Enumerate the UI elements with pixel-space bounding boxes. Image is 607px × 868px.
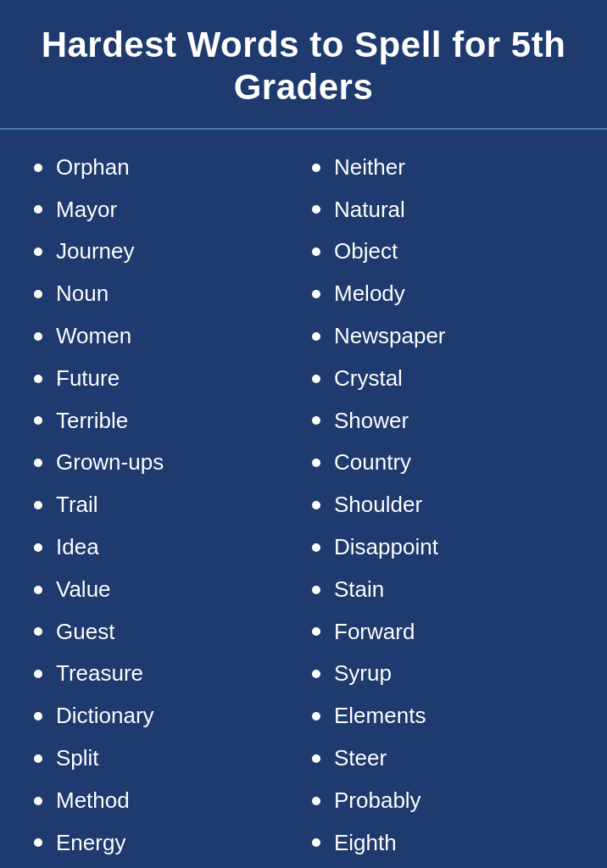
list-item: Shower	[304, 400, 582, 442]
word-text: Future	[56, 364, 120, 393]
bullet-icon	[34, 416, 42, 425]
bullet-icon	[312, 459, 320, 467]
word-text: Eighth	[334, 829, 397, 858]
list-item: Future	[25, 358, 304, 400]
bullet-icon	[312, 712, 320, 721]
bullet-icon	[34, 670, 42, 678]
bullet-icon	[312, 501, 320, 509]
bullet-icon	[34, 459, 42, 467]
bullet-icon	[312, 797, 320, 805]
word-text: Split	[56, 744, 99, 773]
word-text: Crystal	[334, 364, 403, 393]
word-text: Guest	[56, 618, 114, 647]
word-text: Value	[56, 576, 111, 604]
word-text: Treasure	[56, 659, 143, 688]
bullet-icon	[34, 164, 42, 172]
word-text: Shower	[334, 407, 409, 436]
list-item: Elements	[304, 695, 582, 737]
bullet-icon	[34, 754, 42, 763]
header: Hardest Words to Spell for 5th Graders	[0, 0, 607, 130]
bullet-icon	[312, 416, 320, 425]
list-item: Trail	[25, 484, 304, 526]
bullet-icon	[34, 332, 42, 341]
word-text: Journey	[56, 237, 135, 266]
bullet-icon	[34, 712, 42, 721]
bullet-icon	[34, 627, 42, 636]
list-item: Melody	[304, 273, 582, 315]
left-column: OrphanMayorJourneyNounWomenFutureTerribl…	[25, 147, 304, 868]
right-column: NeitherNaturalObjectMelodyNewspaperCryst…	[304, 147, 582, 868]
list-item: Newspaper	[304, 315, 582, 358]
word-text: Energy	[56, 829, 125, 858]
bullet-icon	[34, 205, 42, 214]
list-item: Country	[304, 442, 582, 484]
page-title: Hardest Words to Spell for 5th Graders	[25, 24, 582, 109]
word-text: Trail	[56, 491, 98, 520]
word-text: Terrible	[56, 407, 128, 436]
bullet-icon	[34, 543, 42, 552]
list-item: Eighth	[304, 822, 582, 865]
bullet-icon	[34, 501, 42, 509]
list-item: Split	[25, 737, 304, 780]
word-text: Women	[56, 322, 131, 351]
bullet-icon	[312, 754, 320, 763]
main-content: OrphanMayorJourneyNounWomenFutureTerribl…	[0, 130, 607, 868]
bullet-icon	[34, 797, 42, 805]
bullet-icon	[312, 164, 320, 172]
list-item: Stain	[304, 569, 582, 611]
bullet-icon	[312, 627, 320, 636]
list-item: Statement	[304, 864, 582, 868]
word-text: Probably	[334, 787, 421, 815]
word-text: Grown-ups	[56, 448, 164, 477]
list-item: Treasure	[25, 653, 304, 695]
list-item: Energy	[25, 822, 304, 865]
bullet-icon	[312, 248, 320, 256]
word-text: Elements	[334, 702, 426, 731]
bullet-icon	[312, 543, 320, 552]
list-item: Natural	[304, 189, 582, 231]
word-text: Neither	[334, 153, 405, 182]
word-text: Newspaper	[334, 322, 446, 351]
list-item: Grown-ups	[25, 442, 304, 484]
list-item: Mayor	[25, 189, 304, 231]
list-item: Terrible	[25, 400, 304, 442]
word-text: Object	[334, 237, 398, 266]
word-text: Mayor	[56, 196, 117, 225]
list-item: Stomach	[25, 864, 304, 868]
bullet-icon	[34, 290, 42, 298]
list-item: Journey	[25, 231, 304, 273]
list-item: Forward	[304, 611, 582, 654]
list-item: Disappoint	[304, 526, 582, 569]
bullet-icon	[34, 838, 42, 847]
bullet-icon	[312, 375, 320, 383]
bullet-icon	[312, 290, 320, 298]
word-text: Disappoint	[334, 533, 438, 562]
word-text: Orphan	[56, 153, 130, 182]
word-text: Forward	[334, 618, 415, 647]
word-text: Shoulder	[334, 491, 422, 520]
bullet-icon	[312, 332, 320, 341]
word-text: Idea	[56, 533, 99, 562]
word-text: Melody	[334, 280, 405, 309]
bullet-icon	[312, 586, 320, 594]
word-text: Noun	[56, 280, 109, 309]
list-item: Noun	[25, 273, 304, 315]
list-item: Guest	[25, 611, 304, 654]
word-text: Syrup	[334, 659, 392, 688]
word-text: Stain	[334, 576, 384, 604]
list-item: Method	[25, 780, 304, 822]
words-container: OrphanMayorJourneyNounWomenFutureTerribl…	[25, 147, 582, 868]
list-item: Dictionary	[25, 695, 304, 737]
list-item: Women	[25, 315, 304, 358]
bullet-icon	[312, 838, 320, 847]
list-item: Shoulder	[304, 484, 582, 526]
list-item: Crystal	[304, 358, 582, 400]
bullet-icon	[34, 248, 42, 256]
list-item: Steer	[304, 737, 582, 780]
word-text: Method	[56, 787, 130, 815]
list-item: Probably	[304, 780, 582, 822]
list-item: Idea	[25, 526, 304, 569]
list-item: Object	[304, 231, 582, 273]
word-text: Country	[334, 448, 411, 477]
word-text: Steer	[334, 744, 387, 773]
